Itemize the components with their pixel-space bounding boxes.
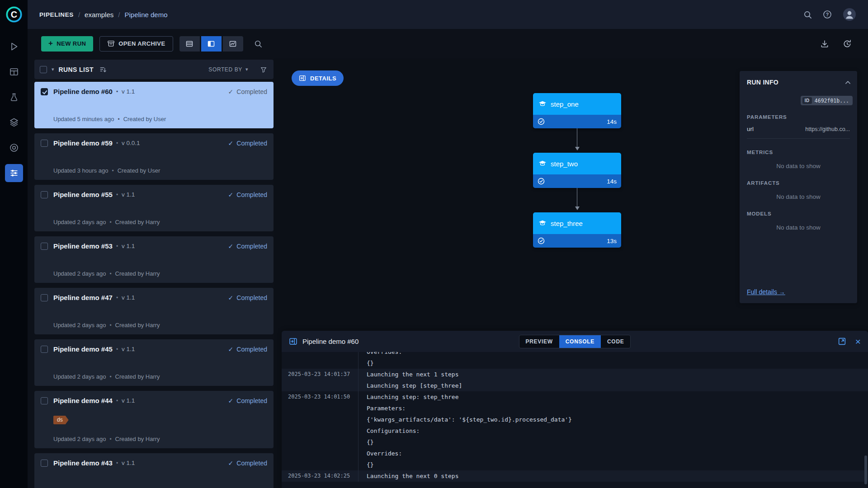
help-icon[interactable]: ? bbox=[823, 10, 832, 19]
sidebar-item-hyper-datasets[interactable] bbox=[5, 113, 23, 131]
run-checkbox[interactable] bbox=[41, 294, 48, 301]
run-tag: ds bbox=[53, 416, 69, 424]
console-log[interactable]: Overrides:{} 2025-03-23 14:01:37 Launchi… bbox=[282, 352, 868, 488]
console-scrollbar[interactable] bbox=[864, 455, 867, 484]
run-created-text: Created by Harry bbox=[115, 270, 160, 277]
run-id-chip[interactable]: ID 4692f01b... bbox=[801, 96, 853, 105]
pipeline-step-node[interactable]: step_two 14s bbox=[533, 153, 621, 188]
breadcrumb-page[interactable]: Pipeline demo bbox=[124, 11, 167, 19]
run-title: Pipeline demo #44 bbox=[53, 397, 113, 404]
search-icon[interactable] bbox=[803, 10, 812, 19]
run-checkbox[interactable] bbox=[41, 140, 48, 147]
sidebar-item-pipelines[interactable] bbox=[5, 164, 23, 182]
run-title: Pipeline demo #43 bbox=[53, 459, 113, 467]
avatar[interactable] bbox=[843, 8, 856, 21]
run-info-title: RUN INFO bbox=[747, 79, 778, 86]
run-card[interactable]: Pipeline demo #44 • v 1.1 ✓ Completed ds… bbox=[34, 391, 274, 448]
pipeline-step-node[interactable]: step_one 14s bbox=[533, 93, 621, 128]
pipelines-icon bbox=[9, 168, 19, 178]
sidebar-item-experiments[interactable] bbox=[5, 88, 23, 106]
split-view-toggle[interactable] bbox=[201, 36, 222, 52]
run-status-badge: ✓ Completed bbox=[228, 191, 267, 198]
log-line: {} bbox=[367, 436, 868, 448]
sidebar-item-datasets[interactable] bbox=[5, 63, 23, 81]
run-card-row: Pipeline demo #59 • v 0.0.1 ✓ Completed bbox=[41, 139, 267, 147]
refresh-history-icon[interactable] bbox=[843, 39, 852, 48]
step-node-header: step_two bbox=[533, 153, 621, 174]
table-view-toggle[interactable] bbox=[179, 36, 200, 52]
log-lines: Launching step: step_threeParameters:{'k… bbox=[359, 391, 868, 470]
runs-search-icon[interactable] bbox=[254, 40, 262, 48]
tab-preview[interactable]: PREVIEW bbox=[519, 335, 559, 348]
run-checkbox[interactable] bbox=[41, 346, 48, 353]
console-header: Pipeline demo #60 PREVIEWCONSOLECODE × bbox=[282, 331, 868, 352]
log-timestamp: 2025-03-23 14:01:50 bbox=[282, 391, 359, 470]
full-details-link[interactable]: Full details → bbox=[747, 288, 785, 296]
step-completed-icon bbox=[538, 178, 545, 185]
dot-separator: • bbox=[109, 322, 111, 328]
log-line: Overrides: bbox=[367, 448, 868, 459]
run-version: v 1.1 bbox=[122, 346, 135, 352]
chart-view-toggle[interactable] bbox=[223, 36, 243, 52]
run-card[interactable]: Pipeline demo #45 • v 1.1 ✓ Completed Up… bbox=[34, 339, 274, 386]
runs-list-items: Pipeline demo #60 • v 1.1 ✓ Completed Up… bbox=[34, 82, 274, 488]
run-created-text: Created by User bbox=[118, 167, 160, 174]
download-icon[interactable] bbox=[820, 39, 829, 48]
select-all-checkbox[interactable] bbox=[40, 66, 47, 73]
dot-separator: • bbox=[116, 243, 118, 249]
run-meta: Updated 2 days ago • Created by Harry bbox=[53, 322, 267, 328]
step-node-header: step_three bbox=[533, 212, 621, 234]
select-all-caret-icon[interactable]: ▾ bbox=[52, 66, 54, 72]
parameters-section-label: PARAMETERS bbox=[740, 114, 857, 120]
run-card[interactable]: Pipeline demo #59 • v 0.0.1 ✓ Completed … bbox=[34, 133, 274, 180]
breadcrumb-section[interactable]: PIPELINES bbox=[39, 11, 74, 18]
details-panel-icon bbox=[299, 75, 306, 82]
run-checkbox[interactable] bbox=[41, 397, 48, 404]
run-card-row: Pipeline demo #43 • v 1.1 ✓ Completed bbox=[41, 459, 267, 467]
sidebar-item-applications[interactable] bbox=[5, 139, 23, 157]
clearml-logo[interactable]: C bbox=[0, 0, 28, 29]
filter-funnel-icon[interactable] bbox=[260, 66, 267, 73]
run-checkbox[interactable] bbox=[41, 191, 48, 198]
step-icon bbox=[538, 160, 547, 167]
collapse-chevron-icon[interactable] bbox=[845, 80, 851, 84]
run-status-text: Completed bbox=[236, 88, 267, 95]
run-info-parameters: url https://github.co... bbox=[740, 120, 857, 139]
run-status-badge: ✓ Completed bbox=[228, 88, 267, 95]
sort-icon[interactable] bbox=[99, 66, 107, 73]
run-checkbox[interactable] bbox=[41, 460, 48, 467]
log-line: {} bbox=[367, 357, 868, 369]
run-title: Pipeline demo #45 bbox=[53, 345, 113, 353]
tab-console[interactable]: CONSOLE bbox=[559, 335, 601, 348]
run-card[interactable]: Pipeline demo #53 • v 1.1 ✓ Completed Up… bbox=[34, 236, 274, 283]
check-icon: ✓ bbox=[228, 397, 234, 404]
run-created-text: Created by Harry bbox=[115, 373, 160, 380]
sorted-by-dropdown[interactable]: SORTED BY ▾ bbox=[208, 66, 248, 73]
close-icon[interactable]: × bbox=[855, 337, 861, 346]
open-archive-button[interactable]: OPEN ARCHIVE bbox=[99, 36, 173, 52]
clearml-logo-icon: C bbox=[5, 6, 23, 23]
details-button[interactable]: DETAILS bbox=[292, 70, 344, 86]
dot-separator: • bbox=[116, 295, 118, 301]
run-title: Pipeline demo #60 bbox=[53, 88, 113, 95]
dot-separator: • bbox=[116, 140, 118, 146]
run-checkbox[interactable] bbox=[41, 88, 48, 95]
tab-code[interactable]: CODE bbox=[601, 335, 630, 348]
run-updated-text: Updated 3 hours ago bbox=[53, 167, 108, 174]
run-created-text: Created by Harry bbox=[115, 322, 160, 328]
run-card[interactable]: Pipeline demo #43 • v 1.1 ✓ Completed Up… bbox=[34, 453, 274, 488]
run-card[interactable]: Pipeline demo #47 • v 1.1 ✓ Completed Up… bbox=[34, 288, 274, 334]
expand-window-icon[interactable] bbox=[838, 337, 846, 346]
metrics-section-label: METRICS bbox=[740, 150, 857, 155]
pipeline-step-node[interactable]: step_three 13s bbox=[533, 212, 621, 248]
run-card[interactable]: Pipeline demo #55 • v 1.1 ✓ Completed Up… bbox=[34, 185, 274, 231]
run-checkbox[interactable] bbox=[41, 243, 48, 250]
breadcrumb-project[interactable]: examples bbox=[85, 11, 113, 19]
sidebar-item-projects[interactable] bbox=[5, 38, 23, 56]
new-run-button[interactable]: + NEW RUN bbox=[41, 36, 93, 52]
log-timestamp bbox=[282, 352, 359, 369]
topbar-actions: ? bbox=[803, 8, 856, 21]
run-title: Pipeline demo #55 bbox=[53, 191, 113, 198]
models-empty-text: No data to show bbox=[740, 224, 857, 231]
run-card[interactable]: Pipeline demo #60 • v 1.1 ✓ Completed Up… bbox=[34, 82, 274, 128]
